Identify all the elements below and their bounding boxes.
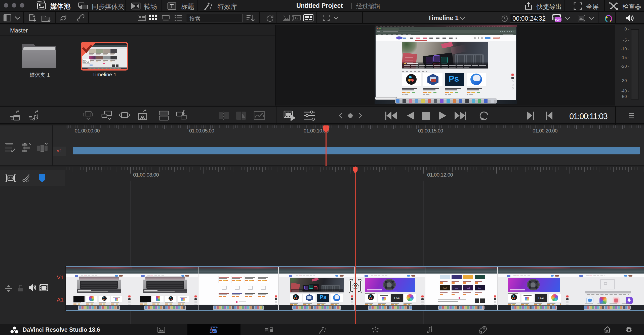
svg-text:PXY: PXY: [555, 18, 561, 21]
